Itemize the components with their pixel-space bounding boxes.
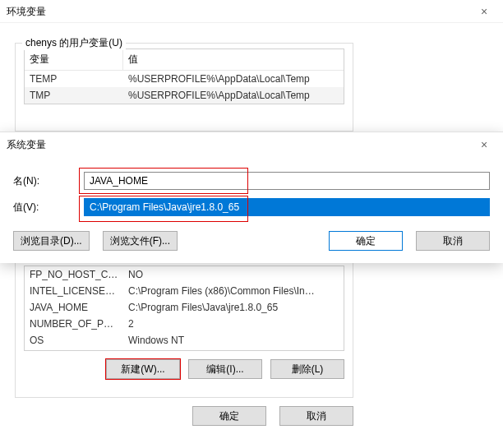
table-row[interactable]: FP_NO_HOST_CH… NO xyxy=(25,266,344,283)
browse-file-button[interactable]: 浏览文件(F)... xyxy=(103,231,178,251)
close-icon[interactable]: × xyxy=(472,132,496,157)
cancel-button[interactable]: 取消 xyxy=(416,231,490,251)
new-button[interactable]: 新建(W)... xyxy=(106,359,180,379)
edit-button[interactable]: 编辑(I)... xyxy=(188,359,262,379)
user-variables-table[interactable]: 变量 值 TEMP %USERPROFILE%\AppData\Local\Te… xyxy=(24,48,344,104)
edit-system-variable-dialog: 系统变量 × 名(N): 值(V): 浏览目录(D)... 浏览文件(F)...… xyxy=(0,132,503,263)
variable-value-input[interactable] xyxy=(84,198,490,216)
table-row[interactable]: INTEL_LICENSE_F… C:\Program Files (x86)\… xyxy=(25,283,344,299)
dialog-titlebar: 环境变量 × xyxy=(0,0,503,23)
table-row[interactable]: JAVA_HOME C:\Program Files\Java\jre1.8.0… xyxy=(25,299,344,316)
variable-value-label: 值(V): xyxy=(13,201,84,215)
system-variables-table[interactable]: FP_NO_HOST_CH… NO INTEL_LICENSE_F… C:\Pr… xyxy=(24,266,344,351)
cancel-button[interactable]: 取消 xyxy=(279,406,353,426)
dialog-buttons: 浏览目录(D)... 浏览文件(F)... 确定 取消 xyxy=(0,228,503,251)
close-icon[interactable]: × xyxy=(472,0,496,23)
ok-button[interactable]: 确定 xyxy=(192,406,266,426)
dialog-body: 名(N): 值(V): xyxy=(0,157,503,228)
table-header: 变量 值 xyxy=(25,49,344,71)
variable-value-row: 值(V): xyxy=(13,198,490,216)
ok-button[interactable]: 确定 xyxy=(329,231,403,251)
variable-name-row: 名(N): xyxy=(13,172,490,190)
system-buttons-row: 新建(W)... 编辑(I)... 删除(L) xyxy=(24,359,344,379)
browse-directory-button[interactable]: 浏览目录(D)... xyxy=(13,231,90,251)
dialog-bottom-buttons: 确定 取消 xyxy=(0,406,368,426)
dialog-title: 系统变量 xyxy=(7,132,46,157)
system-variables-group: FP_NO_HOST_CH… NO INTEL_LICENSE_F… C:\Pr… xyxy=(15,260,353,398)
header-variable: 变量 xyxy=(25,49,123,70)
variable-name-input[interactable] xyxy=(84,172,490,190)
table-row[interactable]: NUMBER_OF_PR… 2 xyxy=(25,316,344,332)
dialog-title: 环境变量 xyxy=(7,0,46,23)
dialog-titlebar: 系统变量 × xyxy=(0,132,503,157)
variable-name-label: 名(N): xyxy=(13,174,84,188)
delete-button[interactable]: 删除(L) xyxy=(270,359,344,379)
table-row[interactable]: TMP %USERPROFILE%\AppData\Local\Temp xyxy=(25,87,344,104)
header-value: 值 xyxy=(123,49,344,70)
user-variables-group: chenys 的用户变量(U) 变量 值 TEMP %USERPROFILE%\… xyxy=(15,43,353,132)
table-row[interactable]: OS Windows NT xyxy=(25,332,344,349)
user-variables-label: chenys 的用户变量(U) xyxy=(22,36,126,50)
table-row[interactable]: TEMP %USERPROFILE%\AppData\Local\Temp xyxy=(25,71,344,87)
